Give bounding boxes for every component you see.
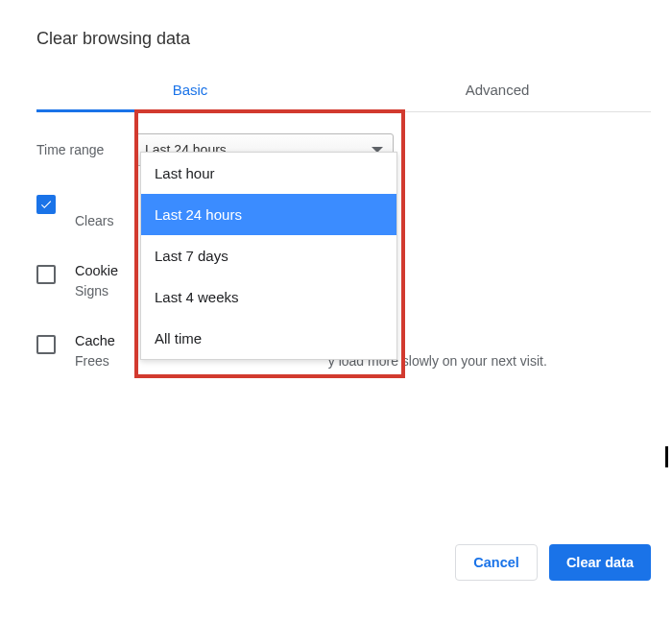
clear-data-button[interactable]: Clear data	[549, 544, 651, 581]
option-all-time[interactable]: All time	[141, 318, 396, 359]
clear-browsing-data-dialog: Clear browsing data Basic Advanced Time …	[0, 0, 672, 621]
dialog-footer: Cancel Clear data	[455, 544, 651, 581]
tab-advanced[interactable]: Advanced	[344, 72, 651, 111]
text-cursor-icon	[665, 446, 668, 467]
item-text: Cookie Signs	[75, 263, 118, 300]
time-range-label: Time range	[36, 142, 134, 157]
option-last-4-weeks[interactable]: Last 4 weeks	[141, 276, 396, 318]
option-last-hour[interactable]: Last hour	[141, 153, 396, 194]
cancel-button[interactable]: Cancel	[455, 544, 538, 581]
tabs: Basic Advanced	[36, 72, 651, 112]
checkmark-icon	[39, 198, 53, 211]
dialog-title: Clear browsing data	[36, 29, 651, 49]
time-range-dropdown[interactable]: Last hour Last 24 hours Last 7 days Last…	[140, 152, 397, 360]
checkbox-cookies[interactable]	[36, 265, 56, 284]
item-title: Cookie	[75, 263, 118, 278]
option-last-7-days[interactable]: Last 7 days	[141, 235, 396, 276]
item-desc: Signs	[75, 282, 118, 300]
option-last-24-hours[interactable]: Last 24 hours	[141, 194, 396, 235]
tab-basic[interactable]: Basic	[36, 72, 344, 111]
checkbox-cache[interactable]	[36, 335, 56, 354]
checkbox-browsing-history[interactable]	[36, 195, 56, 214]
